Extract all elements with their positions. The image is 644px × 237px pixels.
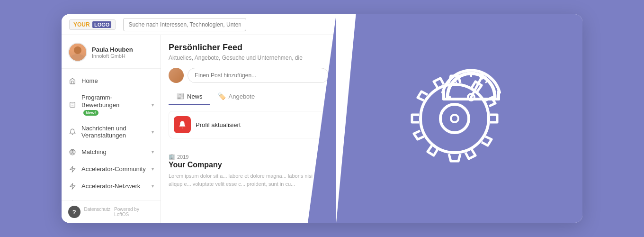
svg-point-11 — [440, 104, 469, 133]
svg-point-5 — [72, 152, 73, 153]
main-feed: Persönlicher Feed Aktuelles, Angebote, G… — [161, 35, 336, 223]
tab-angebote[interactable]: 🏷️ Angebote — [210, 89, 263, 105]
sidebar-item-accelerator-community[interactable]: Accelerator-Community ▾ — [62, 161, 161, 178]
nav-items: Home Programm-Bewerbungen New! ▾ — [62, 69, 161, 201]
avatar — [68, 43, 87, 62]
home-label: Home — [81, 77, 154, 85]
chevron-down-icon2: ▾ — [152, 129, 154, 135]
app-panel: YOUR LOGO Paula Houben Innoloft GmbH — [62, 14, 336, 223]
powered-by: Powered by LoftOS — [114, 207, 154, 217]
chevron-down-icon: ▾ — [152, 102, 154, 108]
news-icon: 📰 — [176, 92, 184, 100]
notification-item: Profil aktualisiert — [169, 111, 329, 138]
user-company: Innoloft GmbH — [92, 53, 133, 59]
datenschutz-link[interactable]: Datenschutz — [84, 207, 111, 217]
content-area: Paula Houben Innoloft GmbH Home — [62, 35, 336, 223]
feed-tabs: 📰 News 🏷️ Angebote — [169, 89, 329, 105]
lightning2-icon — [68, 182, 77, 191]
building-icon: 🏢 — [169, 154, 175, 160]
sidebar: Paula Houben Innoloft GmbH Home — [62, 35, 161, 223]
logo-logo: LOGO — [92, 21, 111, 28]
sidebar-item-programm[interactable]: Programm-Bewerbungen New! ▾ — [62, 90, 161, 120]
tab-news[interactable]: 📰 News — [169, 89, 210, 105]
gear-speedometer-icon — [402, 62, 507, 166]
company-desc: Lorem ipsum dolor sit a... labore et dol… — [169, 172, 329, 188]
sidebar-item-accelerator-netzwerk[interactable]: Accelerator-Netzwerk ▾ — [62, 178, 161, 195]
angebote-icon: 🏷️ — [218, 92, 226, 100]
target-icon — [68, 148, 77, 156]
topbar: YOUR LOGO — [62, 14, 336, 35]
sidebar-item-lernen[interactable]: Lernen & Coaching — [62, 195, 161, 201]
composer-avatar — [169, 68, 184, 83]
user-info: Paula Houben Innoloft GmbH — [92, 46, 133, 59]
chevron-down-icon3: ▾ — [152, 149, 154, 155]
notif-icon — [174, 116, 191, 133]
search-input[interactable] — [123, 18, 246, 31]
user-name: Paula Houben — [92, 46, 133, 53]
main-card: YOUR LOGO Paula Houben Innoloft GmbH — [62, 14, 582, 223]
bell-icon — [68, 128, 77, 136]
nachrichten-label: Nachrichten undVeranstaltungen — [81, 125, 150, 139]
company-year: 🏢 2019 — [169, 154, 329, 160]
accelerator-community-label: Accelerator-Community — [81, 165, 150, 173]
document-icon — [68, 100, 77, 109]
feed-title: Persönlicher Feed — [169, 43, 329, 53]
star-icon — [68, 199, 77, 201]
sidebar-item-nachrichten[interactable]: Nachrichten undVeranstaltungen ▾ — [62, 120, 161, 144]
logo-your: YOUR — [73, 21, 90, 28]
help-button[interactable]: ? — [68, 206, 80, 218]
footer-links: Datenschutz Powered by LoftOS — [84, 207, 154, 217]
accelerator-netzwerk-label: Accelerator-Netzwerk — [81, 182, 150, 190]
composer-input[interactable] — [188, 68, 329, 83]
logo: YOUR LOGO — [69, 19, 116, 30]
tab-angebote-label: Angebote — [229, 93, 255, 100]
company-section: 🏢 2019 Your Company Lorem ipsum dolor si… — [169, 148, 329, 188]
svg-point-10 — [420, 84, 489, 153]
programm-label: Programm-Bewerbungen New! — [81, 94, 150, 116]
company-name: Your Company — [169, 161, 329, 169]
sidebar-footer: ? Datenschutz Powered by LoftOS — [62, 201, 161, 223]
svg-point-12 — [451, 115, 458, 122]
svg-point-4 — [71, 150, 74, 154]
chevron-down-icon4: ▾ — [152, 166, 154, 172]
gear-illustration — [402, 62, 516, 175]
sidebar-item-matching[interactable]: Matching ▾ — [62, 144, 161, 161]
new-badge: New! — [83, 110, 98, 116]
chevron-down-icon5: ▾ — [152, 183, 154, 189]
feed-subtitle: Aktuelles, Angebote, Gesuche und Unterne… — [169, 55, 329, 61]
house-icon — [68, 77, 77, 85]
lernen-label: Lernen & Coaching — [81, 200, 154, 201]
tab-news-label: News — [187, 93, 203, 100]
sidebar-item-home[interactable]: Home — [62, 73, 161, 90]
svg-marker-7 — [70, 183, 75, 189]
illustration-panel — [336, 14, 582, 223]
svg-marker-6 — [70, 166, 75, 172]
matching-label: Matching — [81, 148, 150, 156]
notif-text: Profil aktualisiert — [196, 121, 241, 128]
user-section: Paula Houben Innoloft GmbH — [62, 35, 161, 69]
post-composer — [169, 68, 329, 83]
lightning-icon — [68, 165, 77, 173]
